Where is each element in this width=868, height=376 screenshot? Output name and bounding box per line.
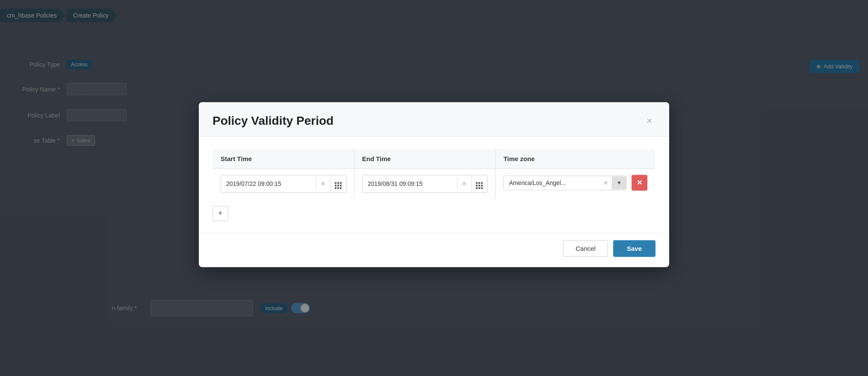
timezone-cell: ✕ ▼ ✕ xyxy=(496,169,655,197)
start-time-cell: ✕ xyxy=(213,169,354,199)
modal-close-button[interactable]: × xyxy=(643,115,655,127)
end-time-clear-button[interactable]: ✕ xyxy=(457,177,471,191)
end-time-group: ✕ xyxy=(362,175,488,193)
end-time-calendar-button[interactable] xyxy=(471,175,487,192)
calendar-icon xyxy=(476,179,483,185)
timezone-clear-button[interactable]: ✕ xyxy=(600,176,612,190)
modal-header: Policy Validity Period × xyxy=(199,102,669,137)
modal-title: Policy Validity Period xyxy=(213,114,334,128)
add-row-button[interactable]: + xyxy=(213,206,228,221)
start-time-calendar-button[interactable] xyxy=(330,175,346,192)
table-row: ✕ xyxy=(213,169,655,199)
modal-body: Start Time End Time Time zone ✕ xyxy=(199,137,669,233)
col-header-timezone: Time zone xyxy=(496,149,655,169)
col-header-start-time: Start Time xyxy=(213,149,354,169)
end-time-input[interactable] xyxy=(363,177,458,191)
timezone-group: ✕ ▼ xyxy=(503,176,626,190)
modal-footer: Cancel Save xyxy=(199,233,669,267)
validity-table: Start Time End Time Time zone ✕ xyxy=(213,149,655,199)
timezone-input[interactable] xyxy=(504,176,600,190)
start-time-group: ✕ xyxy=(221,175,346,193)
save-button[interactable]: Save xyxy=(613,240,655,257)
timezone-dropdown-button[interactable]: ▼ xyxy=(612,176,626,189)
col-header-end-time: End Time xyxy=(354,149,496,169)
cancel-button[interactable]: Cancel xyxy=(563,240,608,257)
start-time-clear-button[interactable]: ✕ xyxy=(316,177,330,191)
start-time-input[interactable] xyxy=(221,177,316,191)
calendar-icon xyxy=(335,179,342,185)
end-time-cell: ✕ xyxy=(354,169,496,199)
policy-validity-modal: Policy Validity Period × Start Time End … xyxy=(199,102,669,267)
timezone-remove-button[interactable]: ✕ xyxy=(632,175,647,191)
